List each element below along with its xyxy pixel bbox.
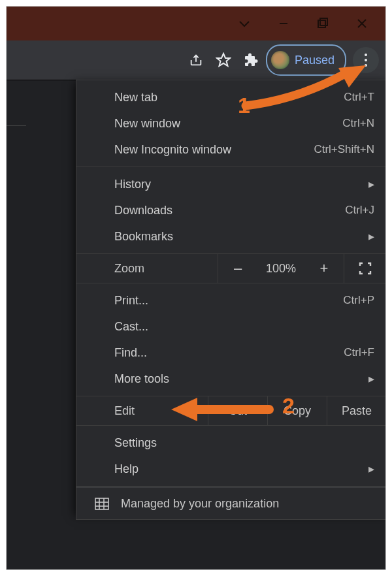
menu-label: Downloads bbox=[114, 204, 345, 217]
avatar bbox=[271, 51, 289, 69]
managed-label: Managed by your organization bbox=[121, 497, 279, 511]
tab-dropdown-button[interactable] bbox=[225, 7, 264, 40]
menu-shortcut: Ctrl+F bbox=[344, 346, 374, 359]
menu-shortcut: Ctrl+J bbox=[345, 204, 374, 217]
menu-label: New tab bbox=[114, 91, 344, 104]
chevron-right-icon: ▸ bbox=[368, 372, 374, 386]
menu-item-new-incognito[interactable]: New Incognito window Ctrl+Shift+N bbox=[76, 136, 385, 163]
edit-label: Edit bbox=[76, 404, 208, 418]
edit-row: Edit Cut Copy Paste bbox=[76, 396, 385, 426]
menu-label: Print... bbox=[114, 294, 343, 308]
menu-shortcut: Ctrl+P bbox=[343, 294, 374, 307]
menu-label: Help bbox=[114, 462, 368, 476]
menu-item-help[interactable]: Help ▸ bbox=[76, 456, 385, 482]
zoom-out-button[interactable]: – bbox=[218, 260, 257, 277]
fullscreen-button[interactable] bbox=[344, 262, 385, 275]
star-icon bbox=[216, 52, 231, 68]
kebab-icon bbox=[365, 54, 367, 67]
menu-shortcut: Ctrl+N bbox=[342, 117, 374, 130]
menu-item-history[interactable]: History ▸ bbox=[76, 171, 385, 197]
close-icon bbox=[356, 18, 368, 29]
close-window-button[interactable] bbox=[342, 7, 382, 40]
main-menu: New tab Ctrl+T New window Ctrl+N New Inc… bbox=[76, 80, 385, 513]
share-icon bbox=[189, 53, 203, 67]
organization-icon bbox=[95, 497, 109, 510]
maximize-icon bbox=[317, 18, 329, 29]
menu-label: Find... bbox=[114, 346, 344, 360]
menu-item-find[interactable]: Find... Ctrl+F bbox=[76, 340, 385, 366]
minimize-button[interactable] bbox=[264, 7, 303, 40]
svg-rect-2 bbox=[320, 18, 327, 25]
menu-label: Cast... bbox=[114, 320, 374, 334]
menu-label: Settings bbox=[114, 436, 374, 450]
side-panel-strip bbox=[7, 80, 26, 126]
menu-item-bookmarks[interactable]: Bookmarks ▸ bbox=[76, 223, 385, 249]
bookmark-star-button[interactable] bbox=[210, 46, 237, 74]
browser-toolbar: Paused bbox=[7, 40, 385, 80]
menu-item-more-tools[interactable]: More tools ▸ bbox=[76, 366, 385, 392]
menu-item-settings[interactable]: Settings bbox=[76, 430, 385, 456]
svg-rect-1 bbox=[318, 20, 325, 27]
sync-status-label: Paused bbox=[295, 54, 335, 67]
cut-button[interactable]: Cut bbox=[208, 396, 267, 425]
chevron-right-icon: ▸ bbox=[368, 229, 374, 244]
window-titlebar bbox=[7, 7, 385, 40]
chevron-right-icon: ▸ bbox=[368, 462, 374, 476]
share-button[interactable] bbox=[182, 46, 210, 74]
copy-button[interactable]: Copy bbox=[267, 396, 327, 425]
svg-rect-7 bbox=[95, 498, 108, 509]
menu-shortcut: Ctrl+T bbox=[344, 91, 374, 104]
zoom-in-button[interactable]: + bbox=[304, 260, 344, 277]
menu-label: New Incognito window bbox=[114, 143, 314, 157]
managed-by-org[interactable]: Managed by your organization bbox=[76, 488, 385, 520]
main-menu-button[interactable] bbox=[353, 47, 379, 73]
zoom-row: Zoom – 100% + bbox=[76, 254, 385, 283]
menu-item-new-tab[interactable]: New tab Ctrl+T bbox=[76, 84, 385, 110]
svg-marker-6 bbox=[217, 54, 230, 66]
menu-label: History bbox=[114, 178, 368, 191]
maximize-button[interactable] bbox=[303, 7, 342, 40]
zoom-label: Zoom bbox=[76, 262, 218, 276]
menu-item-downloads[interactable]: Downloads Ctrl+J bbox=[76, 197, 385, 223]
menu-label: New window bbox=[114, 117, 342, 131]
minimize-icon bbox=[278, 18, 289, 29]
menu-item-new-window[interactable]: New window Ctrl+N bbox=[76, 110, 385, 136]
menu-item-print[interactable]: Print... Ctrl+P bbox=[76, 287, 385, 313]
chevron-down-icon bbox=[238, 20, 250, 27]
menu-label: More tools bbox=[114, 372, 368, 386]
zoom-value: 100% bbox=[257, 262, 304, 276]
puzzle-icon bbox=[243, 52, 259, 68]
menu-item-cast[interactable]: Cast... bbox=[76, 313, 385, 340]
menu-label: Bookmarks bbox=[114, 230, 368, 244]
menu-shortcut: Ctrl+Shift+N bbox=[314, 143, 374, 156]
extensions-button[interactable] bbox=[237, 46, 265, 74]
profile-chip[interactable]: Paused bbox=[266, 44, 346, 76]
chevron-right-icon: ▸ bbox=[368, 177, 374, 191]
paste-button[interactable]: Paste bbox=[327, 396, 385, 425]
fullscreen-icon bbox=[359, 262, 372, 275]
